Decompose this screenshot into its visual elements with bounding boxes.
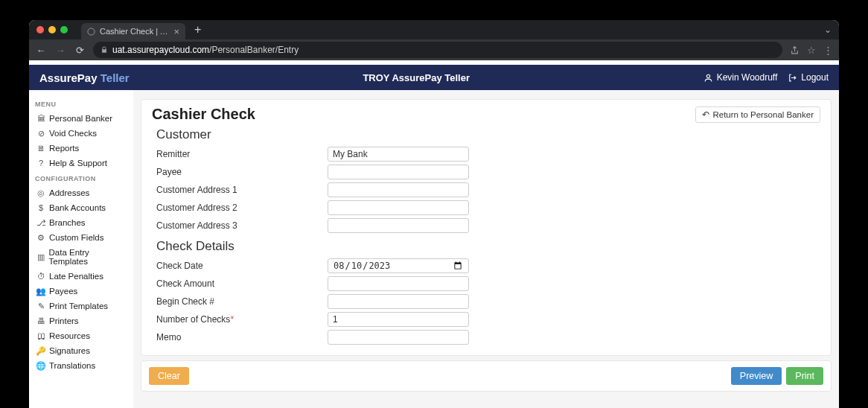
sidebar-item-label: Branches [49,218,86,227]
row-num-checks: Number of Checks* [152,310,820,328]
input-addr3[interactable] [328,218,469,233]
input-check-amount[interactable] [328,276,469,291]
clock-icon: ⏱ [36,272,45,281]
lock-icon [100,46,108,54]
required-asterisk: * [230,314,234,325]
sidebar-config-head: CONFIGURATION [35,170,129,185]
title-row: Cashier Check ↶ Return to Personal Banke… [152,106,820,123]
sidebar-item-custom-fields[interactable]: ⚙ Custom Fields [35,230,129,245]
share-icon[interactable] [790,45,800,55]
input-payee[interactable] [328,165,469,179]
input-memo[interactable] [328,330,469,345]
input-remitter[interactable] [328,147,469,162]
edit-icon: ✎ [36,302,45,310]
return-icon: ↶ [702,109,709,120]
sidebar: MENU 🏛 Personal Banker ⊘ Void Checks 🗎 R… [29,90,133,408]
globe-icon: 🌐 [36,361,45,370]
sidebar-item-label: Bank Accounts [49,203,106,212]
bookmark-icon[interactable]: ☆ [807,45,816,56]
menu-icon[interactable]: ⋮ [823,45,833,56]
row-remitter: Remitter [152,145,820,163]
forward-button[interactable]: → [54,44,66,56]
branch-icon: ⎇ [36,218,45,227]
user-menu[interactable]: Kevin Woodruff [703,72,778,83]
brand: AssurePay Teller [39,71,130,84]
close-tab-icon[interactable]: × [173,27,179,36]
minimize-window-button[interactable] [48,26,56,34]
app-header: AssurePay Teller TROY AssurePay Teller K… [29,65,839,90]
sidebar-item-label: Personal Banker [49,114,112,123]
sidebar-item-payees[interactable]: 👥 Payees [35,284,129,299]
sidebar-item-addresses[interactable]: ◎ Addresses [35,185,129,200]
page-title: Cashier Check [152,106,255,123]
user-icon [703,73,713,83]
input-begin-check[interactable] [328,294,469,309]
sidebar-item-label: Reports [49,144,79,153]
label-check-date: Check Date [156,261,328,271]
sidebar-item-label: Custom Fields [49,233,104,242]
bank-icon: 🏛 [36,114,45,123]
close-window-button[interactable] [36,26,44,34]
logout-label: Logout [801,72,829,83]
addr-right: ☆ ⋮ [790,45,833,56]
sidebar-item-resources[interactable]: 🕮 Resources [35,328,129,343]
sidebar-item-void-checks[interactable]: ⊘ Void Checks [35,126,129,141]
template-icon: ▥ [36,252,45,261]
browser-tab[interactable]: Cashier Check | AssurePayClo… × [81,23,185,39]
print-button[interactable]: Print [786,367,823,385]
preview-button[interactable]: Preview [731,367,782,385]
input-num-checks[interactable] [328,312,469,327]
input-addr2[interactable] [328,200,469,215]
sidebar-item-late-penalties[interactable]: ⏱ Late Penalties [35,269,129,284]
new-tab-button[interactable]: + [194,23,201,36]
back-button[interactable]: ← [35,44,47,56]
sidebar-item-data-entry-templates[interactable]: ▥ Data Entry Templates [35,245,129,269]
row-addr3: Customer Address 3 [152,217,820,235]
input-check-date[interactable] [328,258,469,273]
logout-icon [788,73,797,83]
window-controls [36,26,68,34]
label-addr1: Customer Address 1 [156,185,328,195]
sidebar-item-print-templates[interactable]: ✎ Print Templates [35,299,129,313]
sidebar-item-label: Help & Support [49,159,107,168]
sidebar-item-signatures[interactable]: 🔑 Signatures [35,343,129,358]
url-box[interactable]: uat.assurepaycloud.com/PersonalBanker/En… [93,42,782,58]
row-check-amount: Check Amount [152,275,820,293]
sidebar-item-label: Data Entry Templates [49,248,127,266]
sidebar-item-bank-accounts[interactable]: $ Bank Accounts [35,200,129,215]
sidebar-item-branches[interactable]: ⎇ Branches [35,215,129,230]
tabs-overflow-icon[interactable]: ⌄ [824,25,832,35]
row-check-date: Check Date [152,257,820,275]
users-icon: 👥 [36,287,45,296]
label-remitter: Remitter [156,149,328,159]
sidebar-item-translations[interactable]: 🌐 Translations [35,358,129,373]
sidebar-item-label: Signatures [49,346,90,355]
row-addr1: Customer Address 1 [152,181,820,199]
return-button[interactable]: ↶ Return to Personal Banker [695,106,820,123]
document-icon: 🗎 [36,144,45,153]
browser-window: Cashier Check | AssurePayClo… × + ⌄ ← → … [29,20,839,408]
action-bar: Clear Preview Print [141,360,832,392]
row-addr2: Customer Address 2 [152,199,820,217]
logout-button[interactable]: Logout [788,72,829,83]
clear-button[interactable]: Clear [149,367,189,385]
dollar-icon: $ [36,203,45,212]
check-section-head: Check Details [156,239,820,254]
sidebar-item-label: Late Penalties [49,272,103,281]
tab-favicon [87,28,95,36]
address-bar: ← → ⟳ uat.assurepaycloud.com/PersonalBan… [29,39,839,60]
sidebar-item-personal-banker[interactable]: 🏛 Personal Banker [35,111,129,126]
sidebar-item-label: Void Checks [49,129,97,138]
input-addr1[interactable] [328,182,469,197]
row-payee: Payee [152,163,820,181]
reload-button[interactable]: ⟳ [74,44,86,56]
maximize-window-button[interactable] [60,26,68,34]
customer-section-head: Customer [156,127,820,142]
sidebar-item-help[interactable]: ? Help & Support [35,156,129,170]
sidebar-item-printers[interactable]: 🖶 Printers [35,313,129,328]
header-center: TROY AssurePay Teller [130,72,703,83]
label-payee: Payee [156,167,328,177]
sidebar-item-label: Printers [49,316,79,325]
sidebar-item-reports[interactable]: 🗎 Reports [35,141,129,156]
user-name: Kevin Woodruff [717,72,778,83]
